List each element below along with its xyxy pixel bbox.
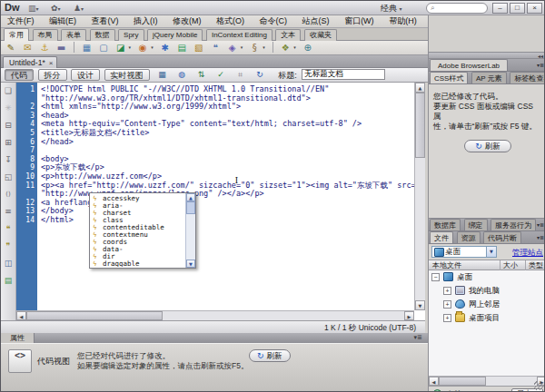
- widget-icon[interactable]: ✱: [159, 42, 172, 54]
- tree-row-my-computer[interactable]: + 我的电脑: [429, 284, 545, 298]
- balance-braces-icon[interactable]: (): [1, 186, 15, 203]
- scroll-up-icon[interactable]: ▲: [415, 83, 425, 93]
- menu-edit[interactable]: 编辑(E): [43, 15, 83, 27]
- scroll-left-icon[interactable]: ◀: [16, 311, 26, 320]
- chevron-down-icon[interactable]: ▾: [293, 42, 299, 54]
- tree-row-network-places[interactable]: + 网上邻居: [429, 298, 545, 311]
- live-view-button[interactable]: 实时视图: [104, 69, 150, 81]
- preview-in-browser-icon[interactable]: ◍: [175, 69, 189, 81]
- insert-tab-data[interactable]: 数据: [90, 29, 115, 41]
- menu-help[interactable]: 帮助(H): [382, 15, 423, 27]
- insert-tab-forms[interactable]: 表单: [61, 29, 86, 41]
- menu-site[interactable]: 站点(S): [296, 15, 336, 27]
- code-vertical-scrollbar[interactable]: ▲ ▼: [414, 83, 425, 310]
- code-view-button[interactable]: 代码: [5, 69, 34, 81]
- scroll-up-icon[interactable]: ▲: [186, 193, 195, 201]
- maximize-button[interactable]: □: [510, 3, 525, 14]
- check-browser-compatibility-icon[interactable]: ⌗: [233, 69, 247, 81]
- extend-gear-icon[interactable]: ✿▾: [51, 3, 61, 14]
- document-title-input[interactable]: [302, 69, 385, 80]
- menu-commands[interactable]: 命令(C): [253, 15, 294, 27]
- date-icon[interactable]: ▤: [175, 42, 188, 54]
- open-documents-icon[interactable]: ❏: [1, 83, 15, 100]
- menu-insert[interactable]: 插入(I): [127, 15, 164, 27]
- scrollbar-thumb[interactable]: [26, 311, 163, 320]
- collapse-full-tag-icon[interactable]: ⊟: [1, 117, 15, 134]
- window-resize-grip[interactable]: [534, 381, 543, 390]
- chevron-down-icon[interactable]: ▾: [263, 42, 268, 54]
- menu-modify[interactable]: 修改(M): [166, 15, 208, 27]
- browserlab-tab[interactable]: Adobe BrowserLab: [430, 59, 508, 71]
- tab-tag-inspector[interactable]: 标签检查器: [510, 72, 545, 83]
- chevron-down-icon[interactable]: ▾: [151, 42, 156, 54]
- scroll-down-icon[interactable]: ▼: [415, 300, 425, 310]
- select-parent-tag-icon[interactable]: ◱: [1, 169, 15, 186]
- w3c-validation-icon[interactable]: ✓: [214, 69, 228, 81]
- insert-tab-layout[interactable]: 布局: [33, 29, 58, 41]
- column-local-files[interactable]: 本地文件: [432, 261, 461, 270]
- script-icon[interactable]: §: [248, 42, 261, 54]
- named-anchor-icon[interactable]: ⚓: [38, 42, 51, 54]
- line-numbers-icon[interactable]: ≡: [1, 203, 15, 220]
- workspace-switcher[interactable]: 经典 ▾: [381, 3, 402, 15]
- panel-menu-icon[interactable]: ▾≣: [537, 234, 544, 240]
- tab-bindings[interactable]: 绑定: [464, 219, 488, 230]
- tree-row-desktop[interactable]: − 桌面: [429, 270, 545, 284]
- expand-all-icon[interactable]: ↧: [1, 152, 15, 169]
- insert-tab-common[interactable]: 常用: [4, 28, 29, 41]
- email-link-icon[interactable]: ✉: [22, 42, 35, 54]
- recent-snippets-icon[interactable]: ▤: [1, 272, 15, 289]
- tab-ap-elements[interactable]: AP 元素: [471, 72, 507, 83]
- close-button[interactable]: ×: [527, 3, 542, 14]
- tab-server-behaviors[interactable]: 服务器行为: [490, 219, 536, 230]
- css-refresh-button[interactable]: ↻刷新: [464, 140, 511, 152]
- code-view[interactable]: ❏ ✳ ⊟ ⊞ ↧ ◱ () ≡ ❝ ❞ ◫ ▤ 1 23 45 67 89 1…: [1, 83, 425, 320]
- menu-file[interactable]: 文件(F): [1, 15, 41, 27]
- panel-menu-icon[interactable]: ▾≣: [414, 334, 422, 341]
- insert-tab-jquery-mobile[interactable]: jQuery Mobile: [147, 29, 203, 41]
- file-management-icon[interactable]: ⇅: [194, 69, 208, 81]
- chevron-down-icon[interactable]: ▾: [241, 42, 246, 54]
- collapse-expander[interactable]: −: [431, 273, 440, 281]
- column-type[interactable]: 类型: [529, 261, 543, 270]
- chevron-down-icon[interactable]: ▾: [129, 42, 134, 54]
- layout-switcher-icon[interactable]: ▥▾: [28, 3, 39, 14]
- minimize-button[interactable]: –: [492, 3, 508, 14]
- site-menu-icon[interactable]: ♟▾: [74, 3, 84, 14]
- close-tab-icon[interactable]: ×: [49, 59, 54, 67]
- tab-assets[interactable]: 资源: [457, 231, 481, 243]
- collapse-selection-icon[interactable]: ⊞: [1, 134, 15, 152]
- insert-tab-favorites[interactable]: 收藏夹: [304, 29, 337, 41]
- scroll-down-icon[interactable]: ▼: [186, 260, 195, 268]
- server-include-icon[interactable]: ▧: [193, 42, 205, 54]
- head-tags-icon[interactable]: ◈: [226, 42, 239, 54]
- scrollbar-thumb[interactable]: [415, 93, 425, 158]
- expand-expander[interactable]: +: [443, 300, 451, 309]
- search-input[interactable]: ⌕: [426, 3, 488, 14]
- expand-expander[interactable]: +: [443, 287, 451, 295]
- refresh-button[interactable]: ↻刷新: [249, 349, 291, 362]
- code-horizontal-scrollbar[interactable]: ◀ ▶: [16, 310, 414, 320]
- images-icon[interactable]: ◪: [114, 42, 127, 54]
- panel-menu-icon[interactable]: ▾≣: [537, 221, 544, 228]
- site-select-dropdown[interactable]: 桌面 ▼: [431, 246, 497, 258]
- menu-format[interactable]: 格式(O): [210, 15, 251, 27]
- remove-comment-icon[interactable]: ❞: [1, 238, 15, 255]
- files-horizontal-scrollbar[interactable]: ◀ ▶: [429, 376, 545, 386]
- tab-databases[interactable]: 数据库: [430, 219, 461, 230]
- tree-row-desktop-items[interactable]: + 桌面项目: [429, 311, 545, 325]
- menu-view[interactable]: 查看(V): [85, 15, 125, 27]
- tab-snippets[interactable]: 代码片断: [483, 231, 521, 243]
- apply-comment-icon[interactable]: ❝: [1, 220, 15, 238]
- code-navigator-icon[interactable]: ✳: [1, 100, 15, 117]
- panel-menu-icon[interactable]: ▾≣: [537, 62, 544, 68]
- insert-div-icon[interactable]: ▢: [97, 42, 110, 54]
- manage-sites-link[interactable]: 管理站点: [512, 248, 543, 259]
- template-icon[interactable]: ❖: [279, 42, 292, 54]
- scrollbar-thumb[interactable]: [439, 377, 486, 386]
- tab-css-styles[interactable]: CSS样式: [430, 72, 468, 83]
- wrap-tag-icon[interactable]: ◫: [1, 255, 15, 272]
- multiscreen-preview-icon[interactable]: ▦: [155, 69, 169, 81]
- menu-window[interactable]: 窗口(W): [338, 15, 381, 27]
- code-hint-item[interactable]: ϟdraggable: [91, 260, 185, 267]
